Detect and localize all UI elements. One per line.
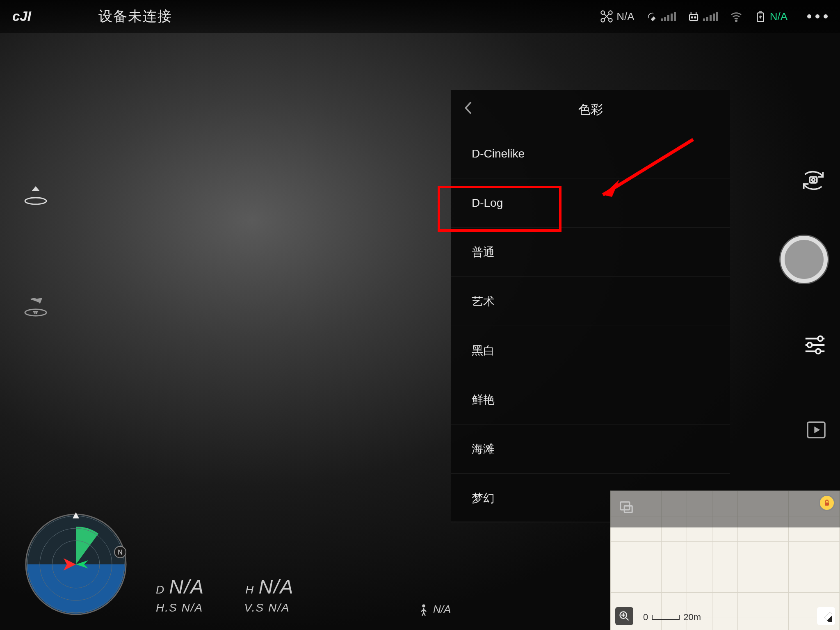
svg-point-13	[812, 178, 815, 181]
camera-switch-icon	[799, 166, 828, 195]
scale-low: 0	[643, 612, 648, 623]
battery-indicator[interactable]: N/A	[754, 10, 788, 23]
connection-status-title: 设备未连接	[98, 7, 172, 26]
chevron-left-icon	[463, 100, 474, 116]
svg-point-7	[694, 17, 696, 18]
annotation-highlight-box	[438, 186, 562, 232]
svg-text:N: N	[118, 549, 123, 556]
distance-readout: DN/A	[156, 575, 204, 598]
svg-point-14	[818, 336, 823, 341]
play-icon	[805, 418, 828, 441]
wifi-indicator[interactable]	[730, 10, 743, 23]
flight-mode-text: N/A	[616, 10, 634, 23]
camera-switch-button[interactable]	[799, 166, 828, 195]
sliders-icon	[802, 332, 828, 358]
status-bar: N/A N/A	[600, 10, 828, 23]
panel-header: 色彩	[451, 90, 730, 129]
eraser-icon	[820, 610, 832, 622]
map-lock-button[interactable]	[819, 495, 835, 511]
vps-value: N/A	[433, 603, 451, 616]
takeoff-button[interactable]	[23, 180, 49, 208]
playback-button[interactable]	[805, 418, 828, 441]
svg-point-11	[25, 309, 46, 316]
svg-point-8	[735, 20, 737, 21]
battery-icon	[754, 10, 767, 23]
drone-icon	[600, 10, 613, 23]
color-option-art[interactable]: 艺术	[451, 277, 730, 326]
svg-point-15	[807, 342, 812, 347]
attitude-indicator[interactable]: N	[23, 511, 129, 618]
back-button[interactable]	[463, 100, 474, 119]
horizontal-speed-readout: H.S N/A	[156, 601, 203, 614]
vertical-speed-readout: V.S N/A	[244, 601, 290, 614]
svg-point-6	[691, 17, 692, 18]
svg-point-16	[816, 349, 821, 354]
map-shade	[610, 491, 840, 527]
shutter-button[interactable]	[781, 236, 828, 283]
zoom-in-icon	[619, 610, 630, 622]
satellite-icon	[646, 11, 657, 22]
svg-rect-34	[624, 506, 632, 512]
height-readout: HN/A	[245, 575, 294, 598]
return-home-button[interactable]	[23, 292, 49, 320]
signal-bars-icon	[661, 12, 676, 21]
map-zoom-button[interactable]	[615, 607, 633, 625]
svg-marker-19	[603, 180, 619, 197]
more-menu-button[interactable]	[807, 14, 828, 18]
svg-rect-5	[689, 14, 698, 21]
annotation-arrow	[582, 131, 705, 209]
vps-readout: N/A	[418, 603, 451, 616]
map-expand-button[interactable]	[619, 499, 634, 516]
mini-map[interactable]: 0 20m	[610, 491, 840, 630]
svg-rect-22	[23, 564, 129, 618]
panel-title: 色彩	[451, 101, 730, 118]
color-option-normal[interactable]: 普通	[451, 228, 730, 277]
svg-point-32	[422, 604, 425, 607]
expand-icon	[619, 499, 634, 514]
color-option-bw[interactable]: 黑白	[451, 326, 730, 375]
top-bar: cJI 设备未连接 N/A N/A	[0, 0, 840, 33]
wifi-icon	[730, 10, 743, 23]
battery-text: N/A	[770, 10, 788, 23]
signal-bars-icon	[703, 12, 718, 21]
vps-icon	[418, 603, 429, 616]
rc-indicator[interactable]	[687, 10, 718, 23]
color-option-vivid[interactable]: 鲜艳	[451, 375, 730, 425]
telemetry-readout: DN/A HN/A H.S N/A V.S N/A	[156, 575, 294, 618]
lock-icon	[823, 499, 831, 507]
map-clear-button[interactable]	[817, 607, 835, 625]
dji-logo[interactable]: cJI	[12, 9, 78, 24]
color-option-beach[interactable]: 海滩	[451, 425, 730, 474]
svg-line-18	[603, 139, 693, 195]
gps-indicator[interactable]	[646, 11, 676, 22]
svg-text:cJI: cJI	[12, 9, 32, 24]
scale-high: 20m	[683, 612, 701, 623]
svg-rect-35	[825, 502, 829, 506]
map-scale: 0 20m	[643, 612, 701, 623]
svg-point-10	[25, 198, 46, 204]
flight-mode-indicator[interactable]: N/A	[600, 10, 634, 23]
controller-icon	[687, 10, 700, 23]
camera-settings-button[interactable]	[802, 332, 828, 358]
